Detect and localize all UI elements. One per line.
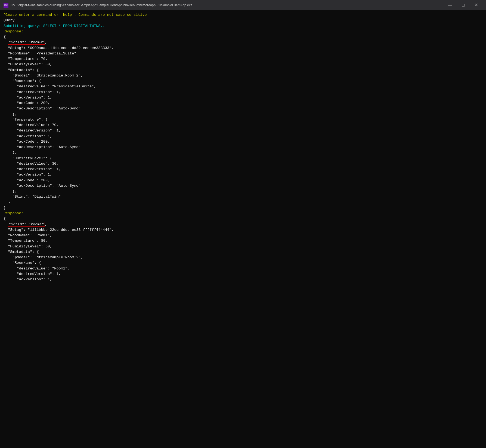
console-line: "$model": "dtmi:example:Room;2",: [4, 255, 482, 260]
minimize-button[interactable]: —: [444, 0, 456, 10]
console-line: "$metadata": {: [4, 67, 482, 73]
console-line: "ackVersion": 1,: [4, 134, 482, 139]
console-line: "ackDescription": "Auto-Sync": [4, 145, 482, 150]
console-line: "desiredVersion": 1,: [4, 271, 482, 277]
console-line: "ackVersion": 1,: [4, 95, 482, 100]
console-line: Please enter a command or 'help'. Comman…: [4, 12, 482, 18]
console-line: "HumidityLevel": 30,: [4, 62, 482, 67]
console-line: "$dtId": "room1",: [4, 222, 482, 227]
console-line: }: [4, 200, 482, 205]
console-line: {: [4, 216, 482, 222]
console-line: "RoomName": {: [4, 78, 482, 84]
console-line: },: [4, 112, 482, 117]
console-line: "ackVersion": 1,: [4, 277, 482, 282]
console-line: "desiredVersion": 1,: [4, 90, 482, 95]
console-line: "$kind": "DigitalTwin": [4, 194, 482, 200]
console-line: "$dtId": "room0",: [4, 40, 482, 45]
console-output: Please enter a command or 'help'. Comman…: [0, 10, 486, 448]
window-controls: — □ ✕: [444, 0, 482, 10]
console-line: "ackVersion": 1,: [4, 172, 482, 177]
app-icon: C#: [4, 3, 8, 8]
console-line: "$model": "dtmi:example:Room;2",: [4, 73, 482, 78]
console-line: "$etag": "1111bbbb-22cc-dddd-ee33-ffffff…: [4, 227, 482, 233]
console-line: "ackCode": 200,: [4, 178, 482, 183]
console-line: "ackCode": 200,: [4, 139, 482, 145]
console-line: "ackDescription": "Auto-Sync": [4, 106, 482, 111]
console-line: "Temperature": 80,: [4, 238, 482, 244]
console-line: "ackDescription": "Auto-Sync": [4, 183, 482, 189]
title-bar-path: C:\...\digital-twins-samples\buildingSce…: [11, 3, 444, 7]
console-line: Query: [4, 18, 482, 23]
console-line: "desiredVersion": 1,: [4, 167, 482, 172]
console-line: "desiredValue": "PresidentialSuite",: [4, 84, 482, 89]
console-line: {: [4, 34, 482, 40]
console-line: "ackCode": 200,: [4, 100, 482, 106]
console-line: },: [4, 189, 482, 194]
console-line: Submitting query: SELECT * FROM DIGITALT…: [4, 23, 482, 29]
window: C# C:\...\digital-twins-samples\building…: [0, 0, 486, 448]
console-line: },: [4, 150, 482, 155]
console-line: "RoomName": {: [4, 260, 482, 266]
console-line: "$metadata": {: [4, 249, 482, 255]
console-line: "Temperature": {: [4, 117, 482, 122]
console-line: }: [4, 205, 482, 211]
console-line: "RoomName": "PresidentialSuite",: [4, 51, 482, 56]
console-line: "HumidityLevel": 60,: [4, 244, 482, 249]
console-line: "$etag": "0000aaaa-11bb-cccc-dd22-eeeeee…: [4, 45, 482, 51]
console-line: "desiredVersion": 1,: [4, 128, 482, 133]
console-line: "HumidityLevel": {: [4, 156, 482, 161]
console-line: Response:: [4, 29, 482, 34]
close-button[interactable]: ✕: [470, 0, 482, 10]
title-bar: C# C:\...\digital-twins-samples\building…: [0, 0, 486, 10]
console-line: "desiredValue": 70,: [4, 122, 482, 128]
console-line: "Temperature": 70,: [4, 56, 482, 62]
console-line: "desiredValue": "Room1",: [4, 266, 482, 271]
maximize-button[interactable]: □: [457, 0, 469, 10]
console-line: "RoomName": "Room1",: [4, 233, 482, 238]
console-line: Response:: [4, 211, 482, 216]
console-line: "desiredValue": 30,: [4, 161, 482, 167]
